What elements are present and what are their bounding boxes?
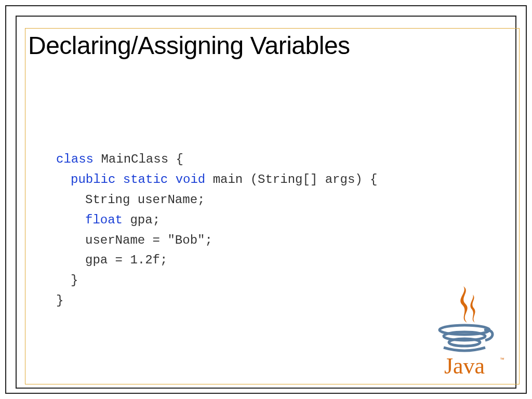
- code-line-8: }: [56, 291, 378, 311]
- svg-point-2: [449, 339, 480, 346]
- code-block: class MainClass { public static void mai…: [56, 150, 378, 311]
- code-line-1: class MainClass {: [56, 150, 378, 170]
- code-line-6: gpa = 1.2f;: [56, 250, 378, 271]
- code-line-4: float gpa;: [56, 210, 378, 231]
- java-wordmark: Java: [444, 353, 485, 379]
- trademark-symbol: ™: [500, 357, 504, 362]
- slide-title: Declaring/Assigning Variables: [28, 31, 350, 60]
- keyword-class: class: [56, 152, 94, 166]
- code-line-3: String userName;: [56, 190, 378, 210]
- code-text: main (String[] args) {: [205, 172, 377, 187]
- keyword-float: float: [85, 213, 123, 227]
- code-line-7: }: [56, 271, 378, 291]
- code-text: MainClass {: [94, 152, 183, 166]
- keyword-public-static-void: public static void: [71, 172, 205, 187]
- code-text: gpa;: [123, 213, 160, 227]
- java-logo-icon: Java ™: [423, 282, 506, 381]
- code-line-2: public static void main (String[] args) …: [56, 170, 378, 190]
- code-line-5: userName = "Bob";: [56, 231, 378, 251]
